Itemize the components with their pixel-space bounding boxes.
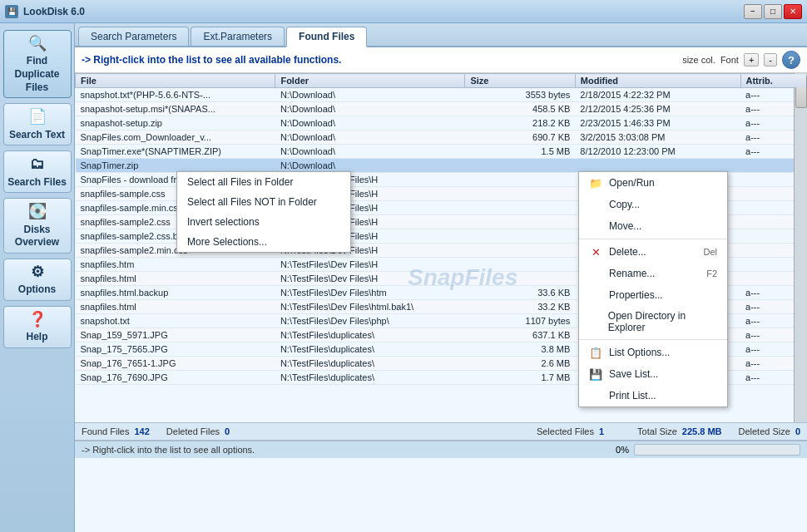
tab-search-parameters[interactable]: Search Parameters [78, 27, 189, 46]
found-files-label: Found Files [82, 426, 129, 436]
table-row[interactable]: SnapTimer.exe*(SNAPTIMER.ZIP) N:\Downloa… [76, 145, 807, 159]
list-options-icon: 📋 [589, 346, 602, 359]
sidebar-label-search-text: Search Text [9, 129, 65, 142]
minimize-button[interactable]: − [744, 4, 762, 19]
deleted-size-status: Deleted Size 0 [739, 426, 801, 436]
delete-shortcut: Del [703, 247, 717, 257]
table-row[interactable]: snapashot-setup.zip N:\Download\ 218.2 K… [76, 116, 807, 131]
found-files-value: 142 [134, 426, 149, 436]
bottom-bar: -> Right-click into the list to see all … [75, 440, 807, 458]
cm-rename[interactable]: Rename... F2 [579, 263, 727, 284]
selected-files-status: Selected Files 1 [537, 426, 604, 436]
table-header-row: File Folder Size Modified Attrib. [76, 74, 807, 88]
sidebar-label-find-duplicate: Find Duplicate Files [7, 55, 67, 94]
properties-icon [589, 288, 602, 302]
cm-more-selections[interactable]: More Selections... [177, 232, 350, 252]
deleted-files-status: Deleted Files 0 [166, 426, 230, 436]
cell-folder: N:\Download\ [275, 88, 465, 102]
cell-folder: N:\Download\ [275, 116, 465, 131]
cell-size: 2.6 MB [465, 357, 575, 371]
cm-invert-selections[interactable]: Invert selections [177, 212, 350, 232]
cell-size: 1.5 MB [465, 145, 575, 159]
table-row[interactable]: SnapTimer.zip N:\Download\ [76, 159, 807, 173]
cm-select-not-in-folder[interactable]: Select all Files NOT in Folder [177, 192, 350, 212]
sidebar-item-search-text[interactable]: 📄 Search Text [3, 103, 72, 145]
cell-file: SnapFiles.com_Downloader_v... [76, 131, 275, 145]
table-row[interactable]: SnapFiles.com_Downloader_v... N:\Downloa… [76, 131, 807, 145]
app-icon: 💾 [5, 5, 18, 18]
header-folder[interactable]: Folder [275, 74, 465, 88]
rename-icon [589, 267, 602, 280]
cm-delete[interactable]: ✕ Delete... Del [579, 241, 727, 263]
tab-found-files[interactable]: Found Files [286, 27, 367, 47]
cell-folder: N:\TestFiles\duplicates\ [275, 371, 465, 385]
sidebar-label-help: Help [26, 331, 47, 344]
cell-size: 1.7 MB [465, 371, 575, 385]
context-menu-left[interactable]: Select all Files in Folder Select all Fi… [176, 171, 351, 253]
header-modified[interactable]: Modified [575, 74, 740, 88]
cell-size [465, 201, 575, 215]
open-dir-icon [589, 315, 602, 328]
cell-file: snapfiles.html [76, 272, 275, 286]
find-duplicate-icon: 🔍 [28, 34, 47, 53]
vertical-scrollbar[interactable] [794, 73, 807, 422]
close-button[interactable]: ✕ [784, 4, 802, 19]
cm-list-options[interactable]: 📋 List Options... [579, 342, 727, 363]
cell-folder: N:\TestFiles\duplicates\ [275, 328, 465, 342]
deleted-files-value: 0 [225, 426, 230, 436]
cm-save-list[interactable]: 💾 Save List... [579, 363, 727, 385]
cell-size: 690.7 KB [465, 131, 575, 145]
sidebar-item-find-duplicate[interactable]: 🔍 Find Duplicate Files [3, 30, 72, 98]
cell-size: 1107 bytes [465, 314, 575, 328]
cm-separator-1 [579, 239, 727, 239]
cell-size: 458.5 KB [465, 102, 575, 116]
found-files-status: Found Files 142 [82, 426, 150, 436]
maximize-button[interactable]: □ [764, 4, 782, 19]
sidebar-label-options: Options [18, 283, 56, 297]
header-size[interactable]: Size [465, 74, 575, 88]
cm-print-list[interactable]: Print List... [579, 385, 727, 406]
help-button[interactable]: ? [782, 51, 800, 69]
font-minus-button[interactable]: - [764, 53, 777, 66]
table-row[interactable]: snapshot.txt*(PHP-5.6.6-NTS-... N:\Downl… [76, 88, 807, 102]
cell-modified: 2/23/2015 1:46:33 PM [575, 116, 740, 131]
search-text-icon: 📄 [28, 107, 47, 126]
file-list-scroll[interactable]: File Folder Size Modified Attrib. snapsh… [75, 73, 807, 422]
table-row[interactable]: snapashot-setup.msi*(SNAPAS... N:\Downlo… [76, 102, 807, 116]
cell-file: Snap_159_5971.JPG [76, 328, 275, 342]
cm-open-run[interactable]: 📁 Open/Run [579, 172, 727, 194]
cell-folder: N:\Download\ [275, 145, 465, 159]
context-menu-right[interactable]: 📁 Open/Run Copy... Move... ✕ Delete. [578, 171, 728, 407]
cm-move[interactable]: Move... [579, 215, 727, 237]
sidebar-item-disks-overview[interactable]: 💽 Disks Overview [3, 198, 72, 254]
cell-file: snapshot.txt*(PHP-5.6.6-NTS-... [76, 88, 275, 102]
progress-bar [634, 444, 800, 456]
cell-size [465, 258, 575, 272]
cell-folder: N:\TestFiles\duplicates\ [275, 357, 465, 371]
cell-file: snapfiles.htm [76, 258, 275, 272]
header-file[interactable]: File [76, 74, 275, 88]
cell-file: snapashot-setup.zip [76, 116, 275, 131]
cell-folder: N:\TestFiles\Dev Files\H [275, 258, 465, 272]
cm-select-all-in-folder[interactable]: Select all Files in Folder [177, 172, 350, 192]
delete-icon: ✕ [589, 245, 602, 259]
open-run-icon: 📁 [589, 176, 602, 190]
cell-size: 218.2 KB [465, 116, 575, 131]
font-plus-button[interactable]: + [744, 53, 759, 66]
info-text: -> Right-click into the list to see all … [82, 54, 677, 66]
tab-ext-parameters[interactable]: Ext.Parameters [191, 27, 285, 46]
cell-size [465, 215, 575, 229]
help-icon: ❓ [28, 310, 47, 329]
cell-modified: 2/12/2015 4:25:36 PM [575, 102, 740, 116]
header-attrib[interactable]: Attrib. [740, 74, 806, 88]
cm-properties[interactable]: Properties... [579, 284, 727, 306]
cell-size: 33.6 KB [465, 286, 575, 300]
sidebar-item-options[interactable]: ⚙ Options [3, 259, 72, 301]
cell-size: 637.1 KB [465, 328, 575, 342]
sidebar-item-help[interactable]: ❓ Help [3, 306, 72, 348]
cm-copy[interactable]: Copy... [579, 194, 727, 215]
window-title: LookDisk 6.0 [23, 6, 85, 17]
search-files-icon: 🗂 [30, 155, 45, 174]
sidebar-item-search-files[interactable]: 🗂 Search Files [3, 150, 72, 193]
cm-open-directory[interactable]: Open Directory in Explorer [579, 306, 727, 337]
